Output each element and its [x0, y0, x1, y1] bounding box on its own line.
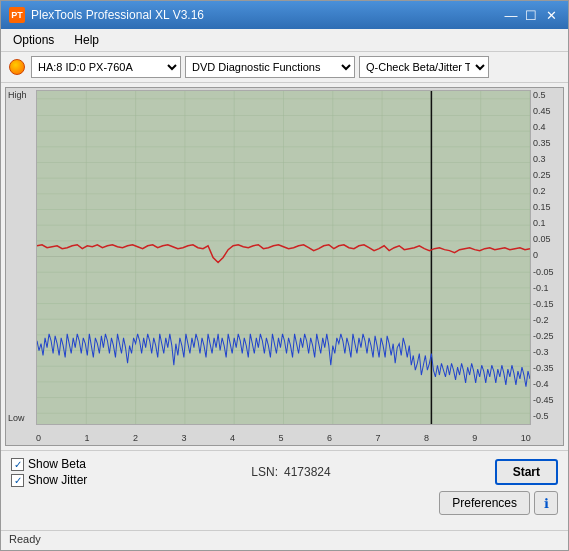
info-button[interactable]: ℹ	[534, 491, 558, 515]
function-select[interactable]: DVD Diagnostic Functions	[185, 56, 355, 78]
app-icon: PT	[9, 7, 25, 23]
status-text: Ready	[9, 533, 41, 545]
x-label-8: 8	[424, 433, 429, 443]
x-label-2: 2	[133, 433, 138, 443]
y-right-13: -0.15	[531, 299, 563, 309]
y-right-10: 0	[531, 250, 563, 260]
x-label-1: 1	[84, 433, 89, 443]
show-beta-row: Show Beta	[11, 457, 87, 471]
lsn-label: LSN:	[251, 465, 278, 479]
title-controls: — ☐ ✕	[502, 6, 560, 24]
y-right-14: -0.2	[531, 315, 563, 325]
show-beta-checkbox[interactable]	[11, 458, 24, 471]
menu-options[interactable]: Options	[5, 31, 62, 49]
chart-area: High Low 0.5 0.45 0.4 0.35 0.3 0.25 0.2 …	[5, 87, 564, 446]
x-label-10: 10	[521, 433, 531, 443]
y-right-17: -0.35	[531, 363, 563, 373]
x-label-3: 3	[181, 433, 186, 443]
x-label-5: 5	[278, 433, 283, 443]
x-label-7: 7	[375, 433, 380, 443]
y-right-1: 0.45	[531, 106, 563, 116]
y-right-9: 0.05	[531, 234, 563, 244]
x-label-0: 0	[36, 433, 41, 443]
y-right-19: -0.45	[531, 395, 563, 405]
show-beta-label: Show Beta	[28, 457, 86, 471]
bottom-panel: Show Beta Show Jitter LSN: 4173824 Start…	[1, 450, 568, 530]
title-bar: PT PlexTools Professional XL V3.16 — ☐ ✕	[1, 1, 568, 29]
show-jitter-row: Show Jitter	[11, 473, 87, 487]
y-axis-right: 0.5 0.45 0.4 0.35 0.3 0.25 0.2 0.15 0.1 …	[531, 88, 563, 423]
y-right-0: 0.5	[531, 90, 563, 100]
menu-help[interactable]: Help	[66, 31, 107, 49]
chart-inner	[36, 90, 531, 425]
bottom-row1: Show Beta Show Jitter LSN: 4173824 Start	[11, 457, 558, 487]
chart-high-label: High	[8, 90, 27, 100]
test-select[interactable]: Q-Check Beta/Jitter Test	[359, 56, 489, 78]
show-jitter-label: Show Jitter	[28, 473, 87, 487]
y-right-8: 0.1	[531, 218, 563, 228]
y-right-3: 0.35	[531, 138, 563, 148]
y-right-6: 0.2	[531, 186, 563, 196]
chart-svg	[37, 91, 530, 424]
status-bar: Ready	[1, 530, 568, 550]
lsn-area: LSN: 4173824	[251, 465, 330, 479]
y-right-20: -0.5	[531, 411, 563, 421]
title-bar-left: PT PlexTools Professional XL V3.16	[9, 7, 204, 23]
bottom-row2: Preferences ℹ	[11, 491, 558, 515]
y-right-18: -0.4	[531, 379, 563, 389]
drive-disc-icon	[9, 59, 25, 75]
start-button[interactable]: Start	[495, 459, 558, 485]
x-label-4: 4	[230, 433, 235, 443]
y-right-4: 0.3	[531, 154, 563, 164]
close-button[interactable]: ✕	[542, 6, 560, 24]
y-right-2: 0.4	[531, 122, 563, 132]
chart-low-label: Low	[8, 413, 25, 423]
y-right-7: 0.15	[531, 202, 563, 212]
checkboxes: Show Beta Show Jitter	[11, 457, 87, 487]
window-title: PlexTools Professional XL V3.16	[31, 8, 204, 22]
y-right-11: -0.05	[531, 267, 563, 277]
x-label-9: 9	[472, 433, 477, 443]
main-window: PT PlexTools Professional XL V3.16 — ☐ ✕…	[0, 0, 569, 551]
x-axis: 0 1 2 3 4 5 6 7 8 9 10	[36, 433, 531, 443]
lsn-value: 4173824	[284, 465, 331, 479]
show-jitter-checkbox[interactable]	[11, 474, 24, 487]
y-right-15: -0.25	[531, 331, 563, 341]
drive-select[interactable]: HA:8 ID:0 PX-760A	[31, 56, 181, 78]
preferences-button[interactable]: Preferences	[439, 491, 530, 515]
x-label-6: 6	[327, 433, 332, 443]
pref-btn-row: Preferences ℹ	[439, 491, 558, 515]
minimize-button[interactable]: —	[502, 6, 520, 24]
toolbar: HA:8 ID:0 PX-760A DVD Diagnostic Functio…	[1, 52, 568, 83]
menu-bar: Options Help	[1, 29, 568, 52]
y-right-5: 0.25	[531, 170, 563, 180]
drive-icon	[7, 57, 27, 77]
y-right-16: -0.3	[531, 347, 563, 357]
maximize-button[interactable]: ☐	[522, 6, 540, 24]
y-right-12: -0.1	[531, 283, 563, 293]
